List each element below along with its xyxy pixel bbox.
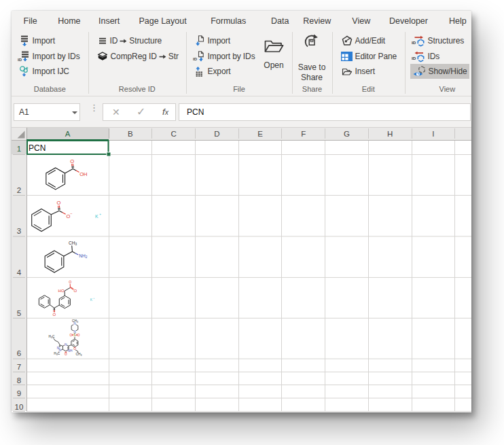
svg-text:C: C	[170, 130, 176, 138]
svg-text:I: I	[432, 130, 434, 138]
svg-text:O: O	[73, 289, 77, 293]
svg-text:OH: OH	[79, 171, 87, 177]
svg-text:K: K	[95, 214, 98, 219]
svg-text:HO: HO	[58, 289, 65, 293]
svg-text:2: 2	[17, 186, 21, 194]
svg-text:ID: ID	[412, 40, 416, 45]
svg-text:ID: ID	[412, 56, 416, 60]
svg-text:PCN: PCN	[29, 143, 46, 153]
svg-text:O: O	[65, 353, 67, 356]
svg-text:1: 1	[17, 145, 21, 153]
svg-text:E: E	[257, 130, 263, 138]
svg-text:O: O	[77, 334, 80, 337]
svg-text:O: O	[70, 334, 73, 337]
svg-text:O: O	[69, 280, 71, 284]
svg-text:ID: ID	[193, 57, 198, 61]
svg-text:+: +	[99, 213, 101, 216]
svg-text:G: G	[344, 130, 350, 138]
svg-text:4: 4	[17, 268, 22, 277]
svg-text:ID: ID	[18, 58, 22, 62]
svg-text:−: −	[70, 211, 72, 215]
svg-text:F: F	[301, 130, 306, 138]
svg-text:S: S	[73, 333, 76, 337]
svg-text:NH: NH	[68, 349, 73, 353]
svg-text:+: +	[93, 297, 94, 300]
svg-text:A: A	[65, 130, 71, 138]
svg-text:6: 6	[17, 349, 21, 357]
svg-text:5: 5	[17, 309, 21, 317]
svg-text:O: O	[70, 158, 74, 164]
svg-text:O: O	[73, 347, 76, 351]
svg-text:7: 7	[17, 363, 21, 371]
svg-text:8: 8	[17, 376, 21, 385]
svg-text:N: N	[65, 343, 67, 346]
svg-text:O: O	[52, 313, 56, 317]
svg-text:B: B	[128, 130, 133, 138]
svg-text:D: D	[214, 130, 219, 138]
svg-text:O: O	[56, 200, 60, 206]
svg-text:H: H	[387, 130, 393, 138]
svg-text:9: 9	[17, 389, 21, 397]
svg-text:10: 10	[15, 403, 24, 411]
svg-text:3: 3	[17, 227, 21, 235]
